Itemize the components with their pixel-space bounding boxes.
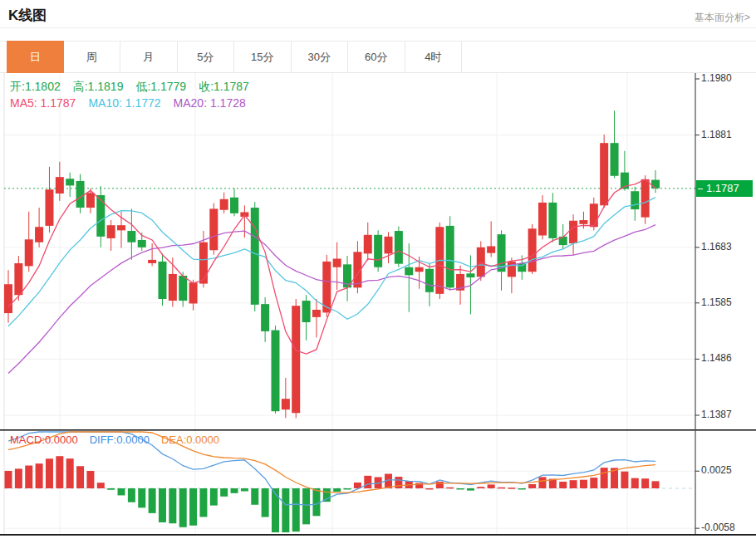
price-axis-label: 1.1387 bbox=[701, 409, 732, 420]
macd-legend: MACD:0.0000DIFF:0.0000DEA:0.0000 bbox=[10, 434, 231, 446]
ohlc-legend-item: 开:1.1802 bbox=[10, 80, 61, 93]
macd-axis-label: -0.0058 bbox=[701, 522, 735, 533]
price-axis-label: 1.1980 bbox=[701, 72, 732, 84]
titlebar: K线图 基本面分析> bbox=[0, 0, 756, 28]
fundamental-analysis-link[interactable]: 基本面分析> bbox=[695, 11, 750, 25]
price-tag-tick bbox=[698, 189, 703, 189]
tab-4时[interactable]: 4时 bbox=[405, 42, 463, 72]
period-tab-bar: 日周月5分15分30分60分4时 bbox=[0, 41, 756, 73]
ohlc-legend-item: 高:1.1819 bbox=[73, 80, 124, 93]
price-tag-value: 1.1787 bbox=[706, 182, 739, 194]
page-title: K线图 bbox=[8, 6, 47, 25]
price-axis-label: 1.1683 bbox=[701, 241, 732, 252]
tab-30分[interactable]: 30分 bbox=[292, 42, 349, 72]
ma-legend-item: MA5: 1.1787 bbox=[10, 96, 76, 110]
tab-5分[interactable]: 5分 bbox=[178, 42, 235, 72]
price-axis-label: 1.1881 bbox=[701, 129, 732, 140]
ohlc-legend-item: 低:1.1779 bbox=[135, 80, 186, 93]
tab-15分[interactable]: 15分 bbox=[234, 42, 292, 72]
price-axis-label: 1.1585 bbox=[701, 296, 732, 308]
ma-legend: MA5: 1.1787MA10: 1.1772MA20: 1.1728 bbox=[10, 96, 258, 110]
macd-legend-item: DEA:0.0000 bbox=[161, 434, 219, 446]
ma-legend-item: MA20: 1.1728 bbox=[174, 96, 246, 110]
ohlc-legend-item: 收:1.1787 bbox=[199, 80, 249, 93]
macd-legend-item: DIFF:0.0000 bbox=[90, 434, 150, 446]
tab-60分[interactable]: 60分 bbox=[348, 42, 405, 72]
macd-legend-item: MACD:0.0000 bbox=[10, 434, 78, 446]
tab-周[interactable]: 周 bbox=[64, 42, 121, 72]
ohlc-legend: 开:1.1802高:1.1819低:1.1779收:1.1787 bbox=[10, 80, 262, 95]
chart-plot-area[interactable] bbox=[4, 73, 695, 534]
current-price-tag: 1.1787 bbox=[696, 180, 753, 197]
tab-月[interactable]: 月 bbox=[120, 42, 178, 72]
tab-日[interactable]: 日 bbox=[7, 41, 64, 73]
macd-axis-label: 0.0025 bbox=[701, 464, 732, 476]
ma-legend-item: MA10: 1.1772 bbox=[88, 96, 160, 110]
price-axis-label: 1.1486 bbox=[701, 352, 732, 364]
